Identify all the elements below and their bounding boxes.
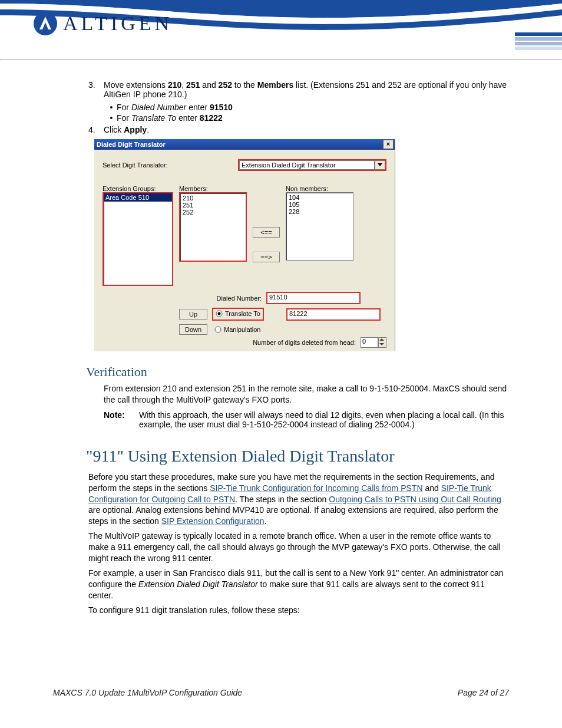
list-item[interactable]: 210 [183, 195, 243, 202]
dialed-number-label: Dialed Number: [179, 295, 262, 302]
section-911-p1: Before you start these procedures, make … [88, 472, 509, 527]
page-footer: MAXCS 7.0 Update 1MultiVoIP Configuratio… [53, 688, 509, 697]
members-label: Members: [179, 185, 247, 192]
svg-rect-4 [515, 47, 562, 50]
dialed-number-input[interactable]: 91510 [266, 292, 361, 304]
page-header: ALTIGEN [0, 0, 562, 59]
extension-groups-listbox[interactable]: Area Code 510 [103, 192, 173, 286]
dialog-title: Dialed Digit Translator [97, 141, 166, 148]
svg-point-0 [34, 12, 57, 35]
svg-point-6 [218, 312, 221, 315]
footer-doc-title: MAXCS 7.0 Update 1MultiVoIP Configuratio… [53, 688, 242, 697]
move-right-button[interactable]: ==> [253, 252, 280, 262]
close-icon[interactable]: × [383, 140, 394, 149]
brand-logo: ALTIGEN [32, 11, 173, 37]
chevron-down-icon[interactable] [375, 160, 385, 170]
digits-deleted-spinner[interactable]: 0 [361, 337, 386, 348]
logo-icon [32, 11, 58, 37]
members-listbox[interactable]: 210 251 252 [179, 192, 247, 262]
digits-deleted-label: Number of digits deleted from head: [253, 339, 356, 346]
spinner-arrows-icon[interactable] [378, 337, 386, 348]
list-item[interactable]: 252 [183, 209, 243, 216]
brand-text: ALTIGEN [63, 12, 173, 35]
bullet-translate-to: • For Translate To enter 81222 [106, 113, 509, 123]
up-button[interactable]: Up [179, 309, 207, 319]
svg-rect-3 [515, 42, 562, 45]
translate-to-radio[interactable]: Translate To [216, 310, 260, 317]
list-item[interactable]: Area Code 510 [104, 193, 172, 202]
bullet-icon: • [106, 113, 117, 123]
list-item[interactable]: 105 [289, 201, 351, 208]
step-number: 3. [88, 80, 104, 99]
step-4: 4. Click Apply. [88, 125, 509, 134]
step-3: 3. Move extensions 210, 251 and 252 to t… [88, 80, 509, 99]
link-outgoing-pstn[interactable]: Outgoing Calls to PSTN using Out Call Ro… [329, 495, 501, 504]
dialed-digit-translator-dialog: Dialed Digit Translator × Select Digit T… [94, 139, 395, 351]
note-text: With this approach, the user will always… [139, 410, 509, 429]
translate-to-input[interactable]: 81222 [286, 308, 381, 321]
nonmembers-listbox[interactable]: 104 105 228 [286, 192, 353, 261]
bullet-icon: • [106, 103, 117, 112]
list-item[interactable]: 228 [289, 208, 351, 215]
footer-page-number: Page 24 of 27 [458, 688, 509, 697]
section-911-p2: The MultiVoIP gateway is typically locat… [88, 531, 509, 564]
list-item[interactable]: 251 [183, 202, 243, 209]
verification-heading: Verification [86, 364, 509, 380]
select-digit-translator-label: Select Digit Translator: [103, 162, 232, 169]
bullet-dialed-number: • For Dialed Number enter 91510 [106, 103, 509, 112]
link-sip-incoming[interactable]: SIP-Tie Trunk Configuration for Incoming… [210, 483, 422, 493]
move-left-button[interactable]: <== [253, 227, 280, 238]
section-911-p4: To configure 911 digit translation rules… [88, 605, 509, 616]
link-sip-extension[interactable]: SIP Extension Configuration [161, 516, 265, 526]
verification-paragraph: From extension 210 and extension 251 in … [104, 383, 509, 406]
digit-translator-dropdown[interactable]: Extension Dialed Digit Translator [238, 159, 386, 171]
svg-rect-2 [515, 37, 562, 41]
svg-point-7 [215, 327, 221, 332]
step-number: 4. [88, 125, 104, 134]
manipulation-radio[interactable]: Manipulation [214, 326, 260, 333]
section-911-heading: "911" Using Extension Dialed Digit Trans… [86, 447, 509, 466]
note-label: Note: [104, 410, 139, 429]
nonmembers-label: Non members: [286, 185, 353, 192]
down-button[interactable]: Down [179, 324, 207, 335]
dropdown-value: Extension Dialed Digit Translator [239, 160, 375, 170]
dialog-titlebar: Dialed Digit Translator × [94, 139, 395, 150]
list-item[interactable]: 104 [289, 194, 351, 201]
page-content: 3. Move extensions 210, 251 and 252 to t… [0, 60, 562, 615]
svg-rect-1 [515, 32, 562, 36]
header-right-stripes [515, 32, 562, 56]
section-911-p3: For example, a user in San Francisco dia… [88, 568, 509, 601]
extension-groups-label: Extension Groups: [103, 185, 173, 192]
